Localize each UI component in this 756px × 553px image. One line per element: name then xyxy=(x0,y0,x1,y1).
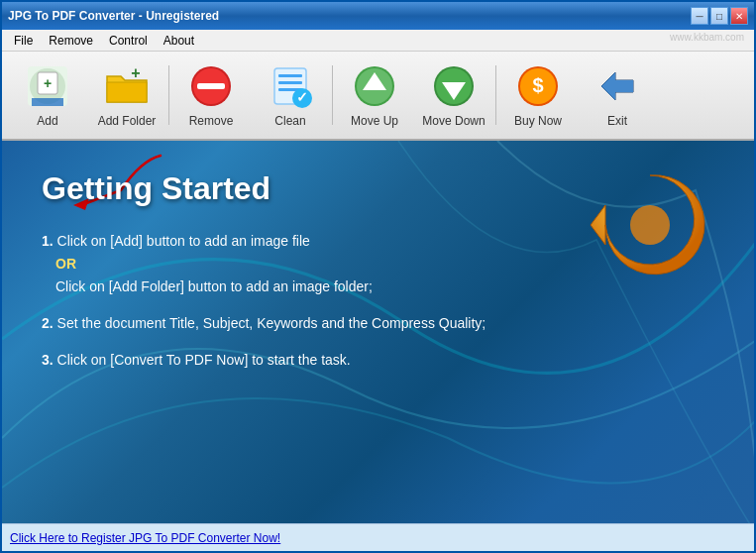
svg-text:+: + xyxy=(131,64,140,81)
step-list: 1. Click on [Add] button to add an image… xyxy=(42,231,714,371)
add-folder-button[interactable]: + Add Folder xyxy=(87,55,166,135)
buy-now-label: Buy Now xyxy=(514,114,562,128)
title-bar: JPG To PDF Converter - Unregistered ─ □ … xyxy=(2,2,754,30)
step-1-subtext: Click on [Add Folder] button to add an i… xyxy=(55,276,714,297)
svg-text:$: $ xyxy=(532,74,543,96)
title-bar-buttons: ─ □ ✕ xyxy=(691,7,748,25)
exit-label: Exit xyxy=(607,114,627,128)
close-button[interactable]: ✕ xyxy=(730,7,748,25)
step-1-number: 1. xyxy=(42,233,54,249)
watermark: www.kkbam.com xyxy=(670,32,744,43)
step-1-or: OR xyxy=(55,254,714,275)
menu-remove[interactable]: Remove xyxy=(41,32,101,50)
move-down-label: Move Down xyxy=(422,114,485,128)
clean-button[interactable]: ✓ Clean xyxy=(251,55,330,135)
add-label: Add xyxy=(37,114,57,128)
minimize-button[interactable]: ─ xyxy=(691,7,708,25)
svg-rect-8 xyxy=(197,83,225,89)
svg-rect-10 xyxy=(278,74,302,77)
svg-marker-25 xyxy=(601,72,633,100)
move-up-button[interactable]: Move Up xyxy=(335,55,414,135)
buy-now-icon: $ xyxy=(514,62,562,110)
main-content: Getting Started 1. Click on [Add] button… xyxy=(2,141,754,523)
divider-3 xyxy=(495,65,496,125)
remove-button[interactable]: Remove xyxy=(171,55,251,135)
step-3-content: Click on [Convert To PDF Now] to start t… xyxy=(57,352,351,368)
register-link[interactable]: Click Here to Register JPG To PDF Conver… xyxy=(10,531,280,545)
step-1-content: Click on [Add] button to add an image fi… xyxy=(57,233,310,249)
menu-about[interactable]: About xyxy=(156,32,202,50)
move-down-button[interactable]: Move Down xyxy=(414,55,493,135)
clean-icon: ✓ xyxy=(267,62,314,110)
step-2-content: Set the document Title, Subject, Keyword… xyxy=(57,315,486,331)
maximize-button[interactable]: □ xyxy=(710,7,728,25)
move-down-icon xyxy=(430,62,478,110)
step-3: 3. Click on [Convert To PDF Now] to star… xyxy=(42,350,714,371)
move-up-label: Move Up xyxy=(351,114,398,128)
svg-text:✓: ✓ xyxy=(296,89,308,105)
exit-icon xyxy=(594,62,641,110)
divider-2 xyxy=(332,65,333,125)
svg-rect-11 xyxy=(278,81,302,84)
move-up-icon xyxy=(351,62,398,110)
divider-1 xyxy=(168,65,169,125)
add-folder-label: Add Folder xyxy=(98,114,157,128)
toolbar: + + Add + Add Folder xyxy=(2,52,754,141)
menu-control[interactable]: Control xyxy=(101,32,156,50)
exit-button[interactable]: Exit xyxy=(578,55,657,135)
content-overlay: Getting Started 1. Click on [Add] button… xyxy=(2,141,754,523)
step-3-number: 3. xyxy=(42,352,54,368)
main-window: JPG To PDF Converter - Unregistered ─ □ … xyxy=(0,0,756,553)
remove-label: Remove xyxy=(189,114,234,128)
remove-icon xyxy=(187,62,235,110)
add-folder-icon: + xyxy=(103,62,151,110)
status-bar: Click Here to Register JPG To PDF Conver… xyxy=(2,523,754,551)
step-1: 1. Click on [Add] button to add an image… xyxy=(42,231,714,297)
step-2: 2. Set the document Title, Subject, Keyw… xyxy=(42,313,714,334)
clean-label: Clean xyxy=(274,114,305,128)
add-button[interactable]: + + Add xyxy=(8,55,87,135)
step-2-number: 2. xyxy=(42,315,54,331)
step-1-text: 1. Click on [Add] button to add an image… xyxy=(42,233,310,249)
svg-text:+: + xyxy=(44,75,52,91)
window-title: JPG To PDF Converter - Unregistered xyxy=(8,9,219,23)
add-icon: + + xyxy=(24,62,71,110)
menu-bar: File Remove Control About www.kkbam.com xyxy=(2,30,754,52)
menu-file[interactable]: File xyxy=(6,32,41,50)
getting-started-title: Getting Started xyxy=(42,170,714,207)
buy-now-button[interactable]: $ Buy Now xyxy=(498,55,578,135)
